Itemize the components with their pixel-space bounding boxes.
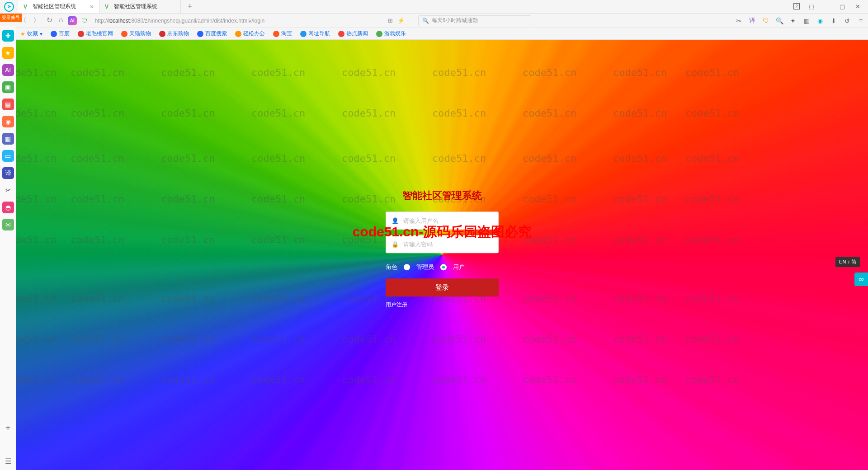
username-field[interactable]: 👤 [386, 212, 499, 230]
login-panel: 智能社区管理系统 👤 🔒 角色 管理员 用户 登录 用户注册 [379, 189, 505, 309]
new-tab-button[interactable]: + [181, 0, 199, 13]
bookmark-item[interactable]: 京东购物 [159, 30, 189, 38]
close-button[interactable]: ✕ [854, 3, 861, 10]
user-icon: 👤 [392, 217, 399, 224]
refresh-icon[interactable]: ◉ [816, 17, 824, 24]
browser-logo: ➤ [0, 2, 18, 12]
password-input[interactable] [403, 241, 493, 248]
sidebar-app-10[interactable]: ◓ [2, 202, 14, 213]
qr-icon[interactable]: ⊞ [388, 17, 393, 24]
search-placeholder: 每天6小时跨城通勤 [432, 17, 478, 24]
translate-icon[interactable]: 译 [749, 17, 756, 24]
bookmark-item[interactable]: 百度搜索 [197, 30, 227, 38]
star-icon: ★ [20, 31, 25, 37]
sidebar-app-11[interactable]: ✉ [2, 219, 14, 230]
share-button[interactable]: ∞ [854, 273, 868, 286]
role-selector: 角色 管理员 用户 [386, 263, 499, 271]
tab-label: 智能社区管理系统 [33, 3, 76, 10]
tab-label: 智能社区管理系统 [114, 3, 157, 10]
page-content: code51.cncode51.cncode51.cncode51.cncode… [16, 40, 868, 470]
tab-1[interactable]: V 智能社区管理系统 × [18, 0, 99, 13]
maximize-button[interactable]: ▢ [839, 3, 846, 10]
menu-icon[interactable]: ≡ [857, 17, 864, 24]
bookmark-item[interactable]: 天猫购物 [121, 30, 151, 38]
search-icon: 🔍 [422, 18, 429, 24]
browser-tabs: V 智能社区管理系统 × V 智能社区管理系统 + [18, 0, 199, 13]
vue-icon: V [24, 4, 30, 10]
security-icon[interactable]: 🛡 [762, 17, 769, 24]
address-bar: 〈 〉 ↻ ⌂ AI 🛡 http://localhost:8080/zhinn… [0, 14, 868, 28]
register-link[interactable]: 用户注册 [386, 301, 407, 308]
tab-2[interactable]: V 智能社区管理系统 [99, 0, 181, 13]
bookmarks-bar: ★收藏 ▾ 百度 老毛桃官网 天猫购物 京东购物 百度搜索 轻松办公 淘宝 网址… [0, 28, 868, 40]
url-scheme: http:// [95, 18, 108, 24]
site-icon [159, 31, 165, 37]
url-path: :8080/zhinnengshequguanli/admin/dist/ind… [130, 18, 264, 24]
role-admin-label: 管理员 [416, 263, 434, 271]
shield-icon[interactable]: 🛡 [81, 17, 88, 24]
close-icon[interactable]: × [90, 3, 94, 10]
tab-count-badge[interactable]: 2 [793, 3, 800, 9]
sidebar-app-5[interactable]: ▤ [2, 99, 14, 110]
sidebar-app-4[interactable]: ▣ [2, 81, 14, 93]
url-input[interactable]: http://localhost:8080/zhinnengshequguanl… [92, 15, 382, 26]
site-icon [78, 31, 84, 37]
minimize-button[interactable]: — [823, 3, 830, 10]
bookmark-item[interactable]: 游戏娱乐 [376, 30, 406, 38]
vue-icon: V [105, 4, 111, 10]
bookmark-item[interactable]: 热点新闻 [338, 30, 368, 38]
bookmark-item[interactable]: 淘宝 [273, 30, 292, 38]
sidebar-app-2[interactable]: ★ [2, 47, 14, 59]
site-icon [121, 31, 127, 37]
register-row: 用户注册 [386, 301, 499, 309]
radio-admin[interactable] [404, 264, 410, 270]
bookmark-item[interactable]: 轻松办公 [235, 30, 265, 38]
download-icon[interactable]: ⬇ [830, 17, 837, 24]
scissors-icon[interactable]: ✂ [735, 17, 742, 24]
sidebar: ✚ ★ AI ▣ ▤ ◉ ▦ ▭ 译 ✂ ◓ ✉ + ☰ [0, 26, 16, 470]
site-icon [376, 31, 382, 37]
login-title: 智能社区管理系统 [402, 189, 482, 202]
grid-icon[interactable]: ▦ [803, 17, 810, 24]
reload-button[interactable]: ↻ [47, 16, 52, 25]
language-switcher[interactable]: EN ♪ 简 [835, 257, 860, 267]
bookmark-item[interactable]: 老毛桃官网 [78, 30, 113, 38]
toolbar-icons: ✂ 译 🛡 🔍 ✦ ▦ ◉ ⬇ ↺ ≡ [735, 17, 864, 24]
sidebar-app-1[interactable]: ✚ [2, 30, 14, 42]
skin-icon[interactable]: ⬚ [808, 3, 815, 10]
puzzle-icon[interactable]: ✦ [789, 17, 797, 24]
site-icon [51, 31, 57, 37]
sidebar-scissors[interactable]: ✂ [2, 184, 14, 196]
flash-icon[interactable]: ⚡ [397, 17, 405, 24]
site-icon [338, 31, 344, 37]
bookmark-item[interactable]: 百度 [51, 30, 70, 38]
sidebar-menu-icon[interactable]: ☰ [5, 457, 11, 465]
site-icon [300, 31, 307, 37]
sidebar-app-6[interactable]: ◉ [2, 116, 14, 127]
role-label: 角色 [386, 263, 397, 271]
sidebar-app-7[interactable]: ▦ [2, 133, 14, 145]
zoom-icon[interactable]: 🔍 [776, 17, 783, 24]
sidebar-add-button[interactable]: + [5, 423, 11, 433]
forward-button[interactable]: 〉 [33, 16, 40, 25]
login-button[interactable]: 登录 [386, 278, 499, 296]
window-controls: 2 ⬚ — ▢ ✕ [793, 3, 868, 10]
home-button[interactable]: ⌂ [59, 16, 63, 25]
password-field[interactable]: 🔒 [386, 235, 499, 253]
site-icon [197, 31, 203, 37]
lock-icon: 🔒 [392, 241, 399, 248]
role-user-label: 用户 [453, 263, 465, 271]
site-icon [235, 31, 241, 37]
sidebar-app-3[interactable]: AI [2, 64, 14, 76]
login-account-tag[interactable]: 登录账号 [0, 14, 22, 22]
history-icon[interactable]: ↺ [844, 17, 851, 24]
username-input[interactable] [403, 217, 493, 224]
bookmark-favorites[interactable]: ★收藏 ▾ [20, 30, 42, 38]
search-input[interactable]: 🔍 每天6小时跨城通勤 [418, 15, 531, 26]
radio-user[interactable] [440, 264, 447, 270]
sidebar-app-9[interactable]: 译 [2, 167, 14, 179]
sidebar-app-8[interactable]: ▭ [2, 150, 14, 162]
site-icon [273, 31, 279, 37]
ai-icon[interactable]: AI [68, 16, 77, 25]
bookmark-item[interactable]: 网址导航 [300, 30, 330, 38]
